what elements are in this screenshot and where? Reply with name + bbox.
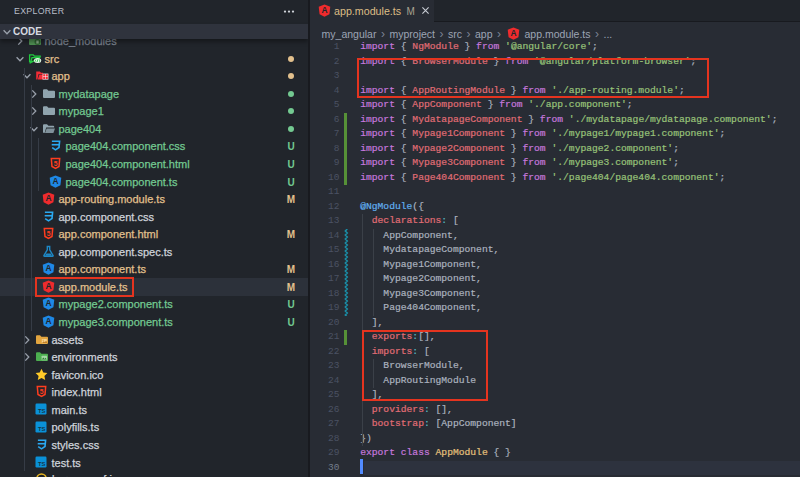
svg-text:5: 5: [54, 160, 58, 167]
svg-text:TS: TS: [38, 408, 46, 414]
svg-text:A: A: [45, 316, 51, 326]
svg-text:A: A: [52, 176, 58, 186]
svg-text:5: 5: [40, 388, 44, 395]
svg-text:A: A: [45, 193, 51, 203]
svg-text:TS: TS: [38, 426, 46, 432]
svg-text:A: A: [45, 264, 51, 274]
svg-text:A: A: [321, 5, 327, 15]
svg-text:5: 5: [47, 230, 51, 237]
svg-text:TS: TS: [38, 461, 46, 467]
svg-text:A: A: [510, 28, 516, 38]
svg-text:A: A: [45, 299, 51, 309]
